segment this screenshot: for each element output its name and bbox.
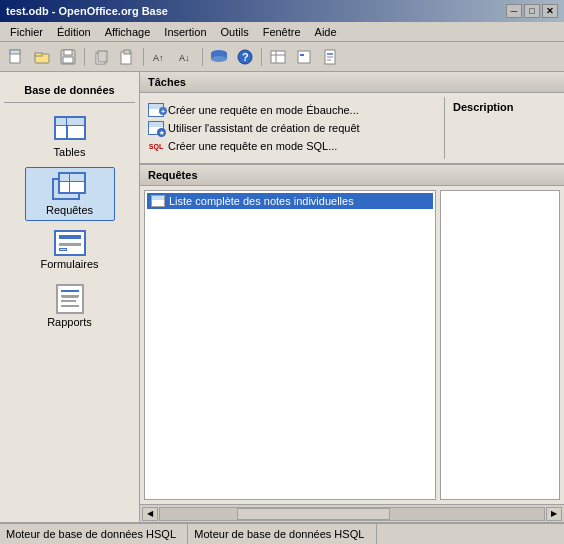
svg-text:A↓: A↓ <box>179 53 190 63</box>
title-bar: test.odb - OpenOffice.org Base ─ □ ✕ <box>0 0 564 22</box>
svg-rect-6 <box>63 57 73 63</box>
sidebar: Base de données Tables Requê <box>0 72 140 522</box>
sidebar-item-rapports[interactable]: Rapports <box>25 279 115 333</box>
query-item[interactable]: Liste complète des notes individuelles <box>147 193 433 209</box>
requetes-icon <box>52 172 88 202</box>
window-controls: ─ □ ✕ <box>506 4 558 18</box>
formulaires-icon <box>54 230 86 256</box>
sidebar-item-requetes[interactable]: Requêtes <box>25 167 115 221</box>
scroll-thumb[interactable] <box>237 508 391 520</box>
toolbar-table-view[interactable] <box>266 46 290 68</box>
toolbar-form-view[interactable] <box>292 46 316 68</box>
toolbar-sep4 <box>261 48 262 66</box>
scroll-left-button[interactable]: ◀ <box>142 507 158 521</box>
queries-header: Requêtes <box>140 165 564 186</box>
toolbar: A↑ A↓ ? <box>0 42 564 72</box>
description-title: Description <box>453 101 556 113</box>
tables-icon <box>54 116 86 144</box>
toolbar-sort-asc[interactable]: A↑ <box>148 46 172 68</box>
toolbar-sep2 <box>143 48 144 66</box>
svg-rect-1 <box>10 50 20 54</box>
toolbar-open[interactable] <box>30 46 54 68</box>
queries-section: Requêtes Liste complète des notes indivi… <box>140 165 564 522</box>
query-preview <box>440 190 560 500</box>
toolbar-help[interactable]: ? <box>233 46 257 68</box>
status-panel-2: Moteur de base de données HSQL <box>188 524 376 544</box>
toolbar-sort-desc[interactable]: A↓ <box>174 46 198 68</box>
minimize-button[interactable]: ─ <box>506 4 522 18</box>
maximize-button[interactable]: □ <box>524 4 540 18</box>
menu-fichier[interactable]: Fichier <box>4 24 49 40</box>
menu-edition[interactable]: Édition <box>51 24 97 40</box>
menu-fenetre[interactable]: Fenêtre <box>257 24 307 40</box>
scroll-track[interactable] <box>159 507 545 521</box>
svg-rect-18 <box>271 51 285 63</box>
scroll-right-button[interactable]: ▶ <box>546 507 562 521</box>
rapports-icon <box>56 284 84 314</box>
menu-outils[interactable]: Outils <box>215 24 255 40</box>
svg-rect-10 <box>124 50 130 54</box>
toolbar-paste[interactable] <box>115 46 139 68</box>
sidebar-item-formulaires[interactable]: Formulaires <box>25 225 115 275</box>
task-create-draft-label: Créer une requête en mode Ébauche... <box>168 104 359 116</box>
svg-text:A↑: A↑ <box>153 53 164 63</box>
sidebar-title: Base de données <box>4 80 135 103</box>
tasks-section: Tâches + Créer une requête en mode Ébauc… <box>140 72 564 165</box>
toolbar-save[interactable] <box>56 46 80 68</box>
sidebar-item-tables[interactable]: Tables <box>25 111 115 163</box>
main-content: Base de données Tables Requê <box>0 72 564 522</box>
right-panel: Tâches + Créer une requête en mode Ébauc… <box>140 72 564 522</box>
tables-label: Tables <box>54 146 86 158</box>
requetes-label: Requêtes <box>46 204 93 216</box>
toolbar-copy[interactable] <box>89 46 113 68</box>
toolbar-sep3 <box>202 48 203 66</box>
status-panel-1: Moteur de base de données HSQL <box>0 524 188 544</box>
menu-insertion[interactable]: Insertion <box>158 24 212 40</box>
close-button[interactable]: ✕ <box>542 4 558 18</box>
toolbar-report-view[interactable] <box>318 46 342 68</box>
rapports-label: Rapports <box>47 316 92 328</box>
task-sql[interactable]: SQL Créer une requête en mode SQL... <box>148 137 436 155</box>
toolbar-new[interactable] <box>4 46 28 68</box>
status-bar: Moteur de base de données HSQL Moteur de… <box>0 522 564 544</box>
menu-bar: Fichier Édition Affichage Insertion Outi… <box>0 22 564 42</box>
title-text: test.odb - OpenOffice.org Base <box>6 5 506 17</box>
menu-aide[interactable]: Aide <box>309 24 343 40</box>
status-text-1: Moteur de base de données HSQL <box>6 528 176 540</box>
svg-rect-3 <box>35 53 42 56</box>
svg-rect-21 <box>298 51 310 63</box>
toolbar-sep1 <box>84 48 85 66</box>
svg-text:?: ? <box>242 51 249 63</box>
menu-affichage[interactable]: Affichage <box>99 24 157 40</box>
task-wizard[interactable]: ★ Utiliser l'assistant de création de re… <box>148 119 436 137</box>
sql-icon: SQL <box>148 139 164 153</box>
formulaires-label: Formulaires <box>40 258 98 270</box>
task-sql-label: Créer une requête en mode SQL... <box>168 140 337 152</box>
queries-list[interactable]: Liste complète des notes individuelles <box>144 190 436 500</box>
tasks-header: Tâches <box>140 72 564 93</box>
status-text-2: Moteur de base de données HSQL <box>194 528 364 540</box>
svg-rect-22 <box>300 54 304 56</box>
horizontal-scrollbar[interactable]: ◀ ▶ <box>140 504 564 522</box>
status-panel-3 <box>377 524 564 544</box>
tasks-list: + Créer une requête en mode Ébauche... ★ <box>140 97 444 159</box>
toolbar-db[interactable] <box>207 46 231 68</box>
svg-point-15 <box>211 56 227 62</box>
task-create-draft[interactable]: + Créer une requête en mode Ébauche... <box>148 101 436 119</box>
query-item-label: Liste complète des notes individuelles <box>169 195 354 207</box>
svg-rect-5 <box>64 50 72 55</box>
queries-content: Liste complète des notes individuelles <box>140 186 564 504</box>
task-wizard-label: Utiliser l'assistant de création de requ… <box>168 122 360 134</box>
tasks-content: + Créer une requête en mode Ébauche... ★ <box>140 93 564 163</box>
description-panel: Description <box>444 97 564 159</box>
svg-rect-8 <box>98 51 107 62</box>
